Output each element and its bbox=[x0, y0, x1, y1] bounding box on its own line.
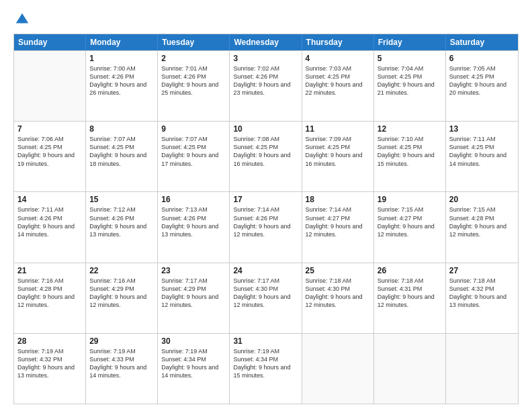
calendar-cell: 21Sunrise: 7:16 AMSunset: 4:28 PMDayligh… bbox=[14, 263, 86, 333]
calendar-cell: 1Sunrise: 7:00 AMSunset: 4:26 PMDaylight… bbox=[86, 51, 158, 121]
day-number: 19 bbox=[378, 195, 442, 204]
day-info: Sunrise: 7:01 AMSunset: 4:26 PMDaylight:… bbox=[161, 64, 226, 97]
calendar-cell: 6Sunrise: 7:05 AMSunset: 4:25 PMDaylight… bbox=[446, 51, 518, 121]
day-info: Sunrise: 7:07 AMSunset: 4:25 PMDaylight:… bbox=[89, 135, 154, 168]
day-info: Sunrise: 7:19 AMSunset: 4:34 PMDaylight:… bbox=[161, 347, 226, 380]
day-number: 2 bbox=[161, 54, 226, 63]
calendar-cell: 30Sunrise: 7:19 AMSunset: 4:34 PMDayligh… bbox=[158, 334, 230, 404]
day-number: 4 bbox=[306, 54, 370, 63]
day-info: Sunrise: 7:19 AMSunset: 4:33 PMDaylight:… bbox=[89, 347, 154, 380]
day-number: 24 bbox=[233, 266, 298, 275]
calendar-cell: 24Sunrise: 7:17 AMSunset: 4:30 PMDayligh… bbox=[230, 263, 302, 333]
day-info: Sunrise: 7:08 AMSunset: 4:25 PMDaylight:… bbox=[233, 135, 298, 168]
calendar-cell bbox=[302, 334, 374, 404]
day-number: 14 bbox=[17, 195, 82, 204]
day-info: Sunrise: 7:14 AMSunset: 4:26 PMDaylight:… bbox=[233, 205, 298, 238]
day-info: Sunrise: 7:19 AMSunset: 4:32 PMDaylight:… bbox=[17, 347, 82, 380]
calendar-cell: 8Sunrise: 7:07 AMSunset: 4:25 PMDaylight… bbox=[86, 122, 158, 191]
header bbox=[13, 12, 519, 27]
calendar-cell: 18Sunrise: 7:14 AMSunset: 4:27 PMDayligh… bbox=[302, 192, 374, 262]
day-info: Sunrise: 7:11 AMSunset: 4:26 PMDaylight:… bbox=[17, 205, 82, 238]
day-number: 16 bbox=[161, 195, 226, 204]
calendar-cell: 13Sunrise: 7:11 AMSunset: 4:25 PMDayligh… bbox=[446, 122, 518, 191]
calendar-cell bbox=[446, 334, 518, 404]
day-number: 15 bbox=[89, 195, 154, 204]
day-number: 10 bbox=[233, 124, 298, 134]
day-number: 8 bbox=[89, 124, 154, 134]
calendar-cell: 28Sunrise: 7:19 AMSunset: 4:32 PMDayligh… bbox=[14, 334, 86, 404]
weekday-header-sunday: Sunday bbox=[14, 34, 86, 50]
day-number: 11 bbox=[306, 124, 370, 134]
calendar-row: 14Sunrise: 7:11 AMSunset: 4:26 PMDayligh… bbox=[14, 191, 518, 262]
page: SundayMondayTuesdayWednesdayThursdayFrid… bbox=[0, 0, 532, 411]
calendar-cell bbox=[374, 334, 446, 404]
calendar-cell: 15Sunrise: 7:12 AMSunset: 4:26 PMDayligh… bbox=[86, 192, 158, 262]
calendar-cell: 25Sunrise: 7:18 AMSunset: 4:30 PMDayligh… bbox=[302, 263, 374, 333]
day-info: Sunrise: 7:13 AMSunset: 4:26 PMDaylight:… bbox=[161, 205, 226, 238]
day-number: 23 bbox=[161, 266, 226, 275]
day-info: Sunrise: 7:07 AMSunset: 4:25 PMDaylight:… bbox=[161, 135, 226, 168]
day-info: Sunrise: 7:15 AMSunset: 4:28 PMDaylight:… bbox=[449, 205, 515, 238]
day-number: 13 bbox=[449, 124, 515, 134]
calendar-header: SundayMondayTuesdayWednesdayThursdayFrid… bbox=[14, 34, 518, 50]
calendar-cell: 11Sunrise: 7:09 AMSunset: 4:25 PMDayligh… bbox=[302, 122, 374, 191]
day-info: Sunrise: 7:05 AMSunset: 4:25 PMDaylight:… bbox=[449, 64, 515, 97]
day-info: Sunrise: 7:17 AMSunset: 4:30 PMDaylight:… bbox=[233, 277, 298, 310]
calendar-cell: 4Sunrise: 7:03 AMSunset: 4:25 PMDaylight… bbox=[302, 51, 374, 121]
calendar-body: 1Sunrise: 7:00 AMSunset: 4:26 PMDaylight… bbox=[14, 50, 518, 404]
day-number: 1 bbox=[89, 54, 154, 63]
weekday-header-wednesday: Wednesday bbox=[230, 34, 302, 50]
calendar-cell: 26Sunrise: 7:18 AMSunset: 4:31 PMDayligh… bbox=[374, 263, 446, 333]
calendar-cell: 22Sunrise: 7:16 AMSunset: 4:29 PMDayligh… bbox=[86, 263, 158, 333]
day-number: 6 bbox=[449, 54, 515, 63]
day-info: Sunrise: 7:18 AMSunset: 4:31 PMDaylight:… bbox=[378, 277, 442, 310]
calendar-cell: 19Sunrise: 7:15 AMSunset: 4:27 PMDayligh… bbox=[374, 192, 446, 262]
calendar-row: 21Sunrise: 7:16 AMSunset: 4:28 PMDayligh… bbox=[14, 263, 518, 333]
calendar-cell: 10Sunrise: 7:08 AMSunset: 4:25 PMDayligh… bbox=[230, 122, 302, 191]
day-info: Sunrise: 7:15 AMSunset: 4:27 PMDaylight:… bbox=[378, 205, 442, 238]
day-number: 28 bbox=[17, 336, 82, 346]
day-number: 26 bbox=[378, 266, 442, 275]
day-number: 12 bbox=[378, 124, 442, 134]
day-number: 18 bbox=[306, 195, 370, 204]
day-info: Sunrise: 7:18 AMSunset: 4:32 PMDaylight:… bbox=[449, 277, 515, 310]
calendar-cell: 12Sunrise: 7:10 AMSunset: 4:25 PMDayligh… bbox=[374, 122, 446, 191]
calendar-cell: 20Sunrise: 7:15 AMSunset: 4:28 PMDayligh… bbox=[446, 192, 518, 262]
calendar: SundayMondayTuesdayWednesdayThursdayFrid… bbox=[13, 34, 519, 404]
day-info: Sunrise: 7:11 AMSunset: 4:25 PMDaylight:… bbox=[449, 135, 515, 168]
day-number: 9 bbox=[161, 124, 226, 134]
calendar-row: 1Sunrise: 7:00 AMSunset: 4:26 PMDaylight… bbox=[14, 50, 518, 121]
calendar-row: 7Sunrise: 7:06 AMSunset: 4:25 PMDaylight… bbox=[14, 121, 518, 191]
calendar-cell: 23Sunrise: 7:17 AMSunset: 4:29 PMDayligh… bbox=[158, 263, 230, 333]
weekday-header-tuesday: Tuesday bbox=[158, 34, 230, 50]
calendar-cell: 31Sunrise: 7:19 AMSunset: 4:34 PMDayligh… bbox=[230, 334, 302, 404]
weekday-header-saturday: Saturday bbox=[446, 34, 518, 50]
day-info: Sunrise: 7:19 AMSunset: 4:34 PMDaylight:… bbox=[233, 347, 298, 380]
day-info: Sunrise: 7:00 AMSunset: 4:26 PMDaylight:… bbox=[89, 64, 154, 97]
day-info: Sunrise: 7:18 AMSunset: 4:30 PMDaylight:… bbox=[306, 277, 370, 310]
calendar-cell: 16Sunrise: 7:13 AMSunset: 4:26 PMDayligh… bbox=[158, 192, 230, 262]
day-number: 29 bbox=[89, 336, 154, 346]
calendar-cell: 3Sunrise: 7:02 AMSunset: 4:26 PMDaylight… bbox=[230, 51, 302, 121]
calendar-cell: 5Sunrise: 7:04 AMSunset: 4:25 PMDaylight… bbox=[374, 51, 446, 121]
weekday-header-thursday: Thursday bbox=[302, 34, 374, 50]
calendar-cell: 27Sunrise: 7:18 AMSunset: 4:32 PMDayligh… bbox=[446, 263, 518, 333]
day-number: 27 bbox=[449, 266, 515, 275]
day-number: 21 bbox=[17, 266, 82, 275]
day-number: 22 bbox=[89, 266, 154, 275]
day-info: Sunrise: 7:09 AMSunset: 4:25 PMDaylight:… bbox=[306, 135, 370, 168]
day-number: 25 bbox=[306, 266, 370, 275]
day-info: Sunrise: 7:02 AMSunset: 4:26 PMDaylight:… bbox=[233, 64, 298, 97]
day-info: Sunrise: 7:16 AMSunset: 4:28 PMDaylight:… bbox=[17, 277, 82, 310]
day-info: Sunrise: 7:04 AMSunset: 4:25 PMDaylight:… bbox=[378, 64, 442, 97]
logo bbox=[13, 12, 30, 27]
day-info: Sunrise: 7:12 AMSunset: 4:26 PMDaylight:… bbox=[89, 205, 154, 238]
day-number: 3 bbox=[233, 54, 298, 63]
day-number: 31 bbox=[233, 336, 298, 346]
calendar-cell: 7Sunrise: 7:06 AMSunset: 4:25 PMDaylight… bbox=[14, 122, 86, 191]
day-number: 30 bbox=[161, 336, 226, 346]
day-number: 5 bbox=[378, 54, 442, 63]
logo-icon bbox=[15, 12, 30, 27]
day-info: Sunrise: 7:17 AMSunset: 4:29 PMDaylight:… bbox=[161, 277, 226, 310]
day-info: Sunrise: 7:16 AMSunset: 4:29 PMDaylight:… bbox=[89, 277, 154, 310]
